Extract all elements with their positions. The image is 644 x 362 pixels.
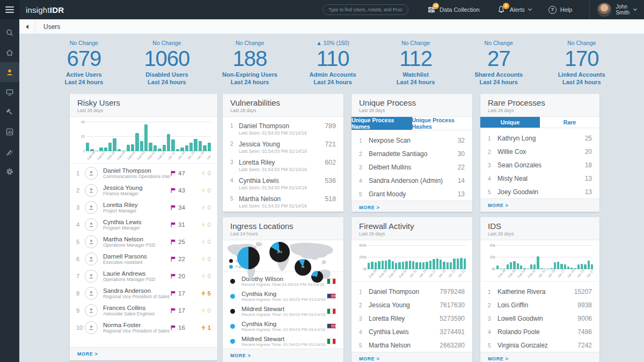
risky-user-row[interactable]: 8 Sandra Anderson Regional Vice Presiden… xyxy=(70,285,217,302)
global-search-input[interactable] xyxy=(323,4,408,15)
bolt-count: 0 xyxy=(194,204,211,211)
flag-count: 34 xyxy=(170,204,194,211)
process-row[interactable]: 1 Kathryn Long 25 xyxy=(480,131,599,145)
alerts-button[interactable]: 8 Alerts xyxy=(497,5,531,14)
stat-card[interactable]: No Change 188 Non-Expiring UsersLast 24 … xyxy=(208,40,291,86)
sidebar-item-home[interactable] xyxy=(0,42,19,62)
risky-user-row[interactable]: 7 Laurie Andrews Operations Manager PSD … xyxy=(70,268,217,285)
card-title: Unique Process xyxy=(359,98,465,107)
stat-value: 679 xyxy=(42,47,126,70)
stat-card[interactable]: No Change 27 Shared AccountsLast 24 hour… xyxy=(457,40,540,86)
stat-card[interactable]: ▲ 10% (150) 110 Admin AccountsLast 24 ho… xyxy=(291,40,375,86)
hamburger-menu-icon[interactable] xyxy=(0,0,19,19)
tab-unique-process-hashes[interactable]: Unique Process Hashes xyxy=(412,117,473,130)
vulnerability-row[interactable]: 5 Martha Nelson Last Seen: 01:54:03 PM 0… xyxy=(223,193,343,211)
row-rank: 10 xyxy=(76,324,85,331)
back-button[interactable] xyxy=(19,19,35,34)
firewall-row[interactable]: 3 Loretta Riley 5273590 xyxy=(352,312,472,325)
sidebar-item-endpoints[interactable] xyxy=(0,82,19,102)
ids-row[interactable]: 5 Virginia Gonzalez 7242 xyxy=(480,338,599,352)
bolt-icon xyxy=(201,170,206,176)
risky-user-row[interactable]: 4 Cynthia Lewis Program Manager 31 0 xyxy=(70,216,217,233)
vulnerability-row[interactable]: 1 Daniel Thompson Last Seen: 01:54:03 PM… xyxy=(223,120,343,138)
sidebar-item-search[interactable] xyxy=(0,23,19,42)
ids-row[interactable]: 1 Katherine Rivera 15207 xyxy=(480,285,599,298)
risky-user-row[interactable]: 2 Jessica Young Finance Manager 43 0 xyxy=(70,182,217,199)
vulnerability-row[interactable]: 4 Cynthia Lewis Last Seen: 01:54:03 PM 0… xyxy=(223,175,343,193)
risky-user-row[interactable]: 5 Martha Nelson Operations Manager PSD 2… xyxy=(70,233,217,250)
breadcrumb: Users xyxy=(19,19,644,34)
ids-row[interactable]: 2 Lois Griffin 9938 xyxy=(480,298,599,312)
user-name: Martha Nelson xyxy=(369,342,440,349)
sidebar-item-investigations[interactable] xyxy=(0,102,19,122)
risky-user-row[interactable]: 1 Daniel Thompson Communications Operati… xyxy=(70,165,217,182)
risky-user-row[interactable]: 9 Frances Collins Associate Sales Engine… xyxy=(70,302,217,319)
row-value: 30 xyxy=(458,150,465,158)
flag-icon xyxy=(170,221,176,228)
ids-row[interactable]: 3 Lowell Goodwin 9006 xyxy=(480,312,599,325)
process-row[interactable]: 2 Willie Cox 20 xyxy=(480,145,599,158)
user-role: Program Manager xyxy=(103,225,170,231)
bolt-icon xyxy=(201,256,206,262)
stat-card[interactable]: No Change 112 WatchlistLast 24 hours xyxy=(374,40,457,86)
stat-card[interactable]: No Change 1060 Disabled UsersLast 24 hou… xyxy=(126,40,209,86)
card-header: IDS Last 28 days xyxy=(480,217,599,240)
more-link[interactable]: MORE > xyxy=(70,347,217,360)
sidebar-item-reports[interactable] xyxy=(0,122,19,142)
firewall-row[interactable]: 5 Martha Nelson 2663280 xyxy=(352,338,472,352)
vulnerability-row[interactable]: 2 Jessica Young Last Seen: 01:54:03 PM 0… xyxy=(223,138,343,157)
tab-rare[interactable]: Rare xyxy=(540,117,599,128)
process-row[interactable]: 3 Sean Gonzales 18 xyxy=(480,158,599,172)
stat-change: No Change xyxy=(540,40,623,46)
ingress-map-marker: 74 xyxy=(295,259,311,276)
process-name: Kathryn Long xyxy=(497,135,585,142)
firewall-row[interactable]: 4 Cynthia Lewis 3274491 xyxy=(352,325,472,338)
process-row[interactable]: 1 Nexpose Scan 32 xyxy=(352,134,472,147)
more-link[interactable]: MORE > xyxy=(480,198,599,212)
vulnerability-row[interactable]: 3 Loretta Riley Last Seen: 01:54:03 PM 0… xyxy=(223,157,343,175)
sidebar-item-settings[interactable] xyxy=(0,161,19,181)
process-row[interactable]: 3 Delbert Mullins 22 xyxy=(352,160,472,174)
row-rank: 5 xyxy=(359,342,369,349)
ingress-row[interactable]: Mildred Stewart Recent Ingress Time: 01:… xyxy=(223,304,343,319)
help-button[interactable]: ? Help xyxy=(548,6,573,14)
risky-user-row[interactable]: 6 Darnell Parsons Executive Assistant 22… xyxy=(70,250,217,268)
ingress-row[interactable]: Mildred Stewart Recent Ingress Time: 01:… xyxy=(223,334,343,349)
risky-user-row[interactable]: 3 Loretta Riley Project Manager 34 0 xyxy=(70,199,217,216)
more-link[interactable]: MORE > xyxy=(352,352,472,362)
row-rank: 4 xyxy=(488,175,497,182)
ingress-row[interactable]: Cynthia King Recent Ingress Time: 01:54:… xyxy=(223,289,343,304)
process-row[interactable]: 4 Sandra Anderson (Admin) 14 xyxy=(352,174,472,187)
tab-unique[interactable]: Unique xyxy=(480,117,540,128)
more-link[interactable]: MORE > xyxy=(480,352,599,362)
user-avatar-icon xyxy=(85,201,98,214)
process-row[interactable]: 5 Joey Goodwin 13 xyxy=(480,185,599,198)
data-collection-button[interactable]: 16 Data Collection xyxy=(427,5,480,14)
process-row[interactable]: 5 Grant Moody 13 xyxy=(352,187,472,201)
row-rank: 3 xyxy=(359,164,369,171)
sidebar-item-log-search[interactable] xyxy=(0,142,19,161)
more-link[interactable]: MORE > xyxy=(223,211,343,212)
more-link[interactable]: MORE > xyxy=(223,349,343,362)
firewall-row[interactable]: 2 Jessica Young 7617630 xyxy=(352,298,472,312)
stat-card[interactable]: No Change 170 Linked AccountsLast 24 hou… xyxy=(540,40,623,86)
process-row[interactable]: 4 Misty Neal 13 xyxy=(480,172,599,185)
data-collection-icon: 16 xyxy=(427,5,436,14)
ingress-time: Recent Ingress Time: 01:54:03 PM 01/14/1… xyxy=(241,297,327,302)
ids-row[interactable]: 4 Rolando Poole 7486 xyxy=(480,325,599,338)
ingress-row[interactable]: Cynthia King Recent Ingress Time: 01:54:… xyxy=(223,319,343,334)
stat-card[interactable]: No Change 679 Active UsersLast 24 hours xyxy=(42,40,126,86)
rare-processes-tabs: Unique Rare xyxy=(480,117,599,128)
sidebar-item-users[interactable] xyxy=(0,62,19,82)
tab-unique-process-names[interactable]: Unique Process Names xyxy=(352,117,412,130)
user-menu[interactable]: JohnSmith xyxy=(597,3,636,17)
process-row[interactable]: 2 Bernadette Santiago 30 xyxy=(352,147,472,160)
user-identity: Jessica Young Finance Manager xyxy=(103,184,170,196)
risky-user-row[interactable]: 10 Norma Foster Regional Vice President … xyxy=(70,319,217,336)
user-name: Norma Foster xyxy=(103,322,170,328)
stat-change: No Change xyxy=(457,40,540,46)
card-title: Rare Processes xyxy=(488,98,592,107)
firewall-row[interactable]: 1 Daniel Thompson 7979248 xyxy=(352,285,472,298)
more-link[interactable]: MORE > xyxy=(352,201,472,212)
user-role: Regional Vice President of Sales xyxy=(103,328,170,334)
